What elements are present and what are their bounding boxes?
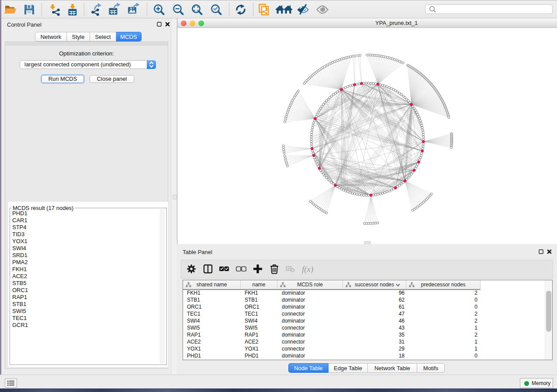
svg-text:f(x): f(x) (302, 265, 313, 274)
